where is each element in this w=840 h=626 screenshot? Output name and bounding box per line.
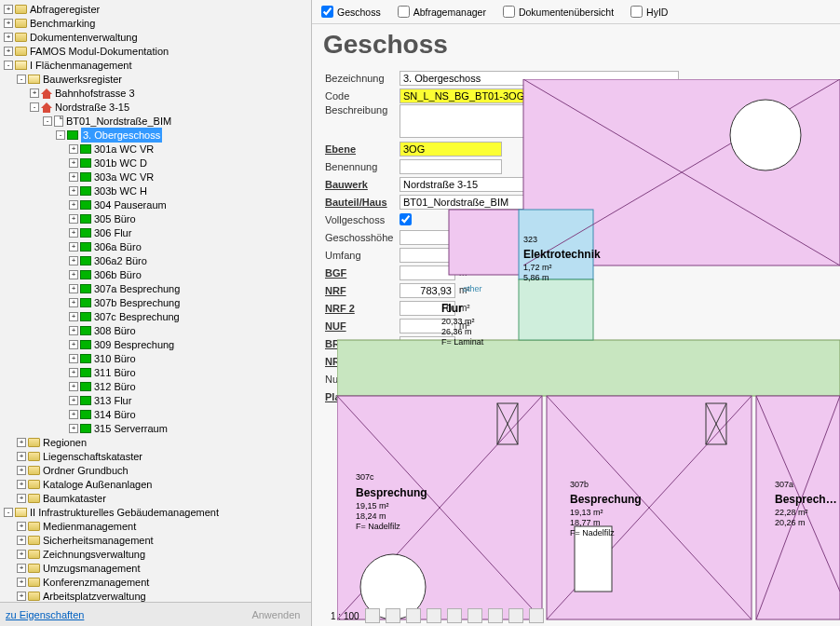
tool-7-icon[interactable] xyxy=(488,608,503,623)
tool-4-icon[interactable] xyxy=(427,608,441,623)
tree-toggle-icon[interactable]: + xyxy=(17,466,26,475)
input-umfang[interactable] xyxy=(400,248,455,263)
tree-item[interactable]: +306a Büro xyxy=(2,239,311,253)
tree-toggle-icon[interactable]: - xyxy=(43,116,52,126)
input-code[interactable] xyxy=(400,88,679,103)
tree-item[interactable]: +306a2 Büro xyxy=(2,253,311,267)
input-nrf2[interactable] xyxy=(400,301,455,316)
tree-item[interactable]: +312 Büro xyxy=(2,379,311,393)
tree-toggle-icon[interactable]: + xyxy=(17,536,26,545)
tree-item[interactable]: +303b WC H xyxy=(2,184,311,197)
apply-button[interactable]: Anwenden xyxy=(251,609,300,620)
tree-toggle-icon[interactable]: + xyxy=(69,242,78,252)
tree-toggle-icon[interactable]: + xyxy=(4,33,13,42)
tree-item[interactable]: +313 Flur xyxy=(2,393,311,407)
tree-toggle-icon[interactable]: + xyxy=(17,522,26,531)
input-nrf[interactable] xyxy=(400,283,455,298)
tree-item[interactable]: +305 Büro xyxy=(2,211,311,225)
tree-item[interactable]: +314 Büro xyxy=(2,407,311,421)
tree-item[interactable]: +303a WC VR xyxy=(2,170,311,184)
tree-toggle-icon[interactable]: - xyxy=(4,508,13,517)
tree-item[interactable]: +Konferenzmanagement xyxy=(2,575,311,589)
tree-toggle-icon[interactable]: + xyxy=(69,340,78,349)
tree-item[interactable]: +315 Serverraum xyxy=(2,421,311,435)
tree-item[interactable]: +Liegenschaftskataster xyxy=(2,449,311,463)
input-ebene[interactable] xyxy=(400,142,502,156)
tree-item[interactable]: +Sicherheitsmanagement xyxy=(2,533,311,547)
tree-item[interactable]: +Benchmarking xyxy=(2,16,311,30)
tree-toggle-icon[interactable]: + xyxy=(69,270,78,279)
tree-item[interactable]: +311 Büro xyxy=(2,365,311,379)
tab-dok-check[interactable] xyxy=(503,6,515,18)
properties-link[interactable]: zu Eigenschaften xyxy=(6,609,84,620)
tree-item[interactable]: +Bahnhofstrasse 3 xyxy=(2,86,311,100)
input-vollgeschoss[interactable] xyxy=(400,213,412,225)
tree-item[interactable]: +307c Besprechung xyxy=(2,309,311,323)
tree-toggle-icon[interactable]: + xyxy=(4,5,13,14)
input-bezeichnung[interactable] xyxy=(400,71,679,86)
tree-toggle-icon[interactable]: + xyxy=(69,214,78,224)
tree-item[interactable]: +301b WC D xyxy=(2,156,311,170)
tree-toggle-icon[interactable]: + xyxy=(69,298,78,307)
tree-toggle-icon[interactable]: + xyxy=(17,564,26,573)
tree-toggle-icon[interactable]: + xyxy=(17,480,26,489)
tree-item[interactable]: +Ordner Grundbuch xyxy=(2,463,311,477)
tree-toggle-icon[interactable]: + xyxy=(69,144,78,154)
tree-toggle-icon[interactable]: + xyxy=(69,312,78,321)
tree-item[interactable]: +308 Büro xyxy=(2,323,311,337)
tool-2-icon[interactable] xyxy=(386,608,400,623)
tree-toggle-icon[interactable]: + xyxy=(69,410,78,419)
tree-toggle-icon[interactable]: + xyxy=(30,88,39,98)
input-nuf[interactable] xyxy=(400,319,455,333)
tool-9-icon[interactable] xyxy=(529,608,544,623)
tree-toggle-icon[interactable]: + xyxy=(17,550,26,559)
tool-3-icon[interactable] xyxy=(406,608,421,623)
tree-toggle-icon[interactable]: + xyxy=(69,368,78,377)
tree-toggle-icon[interactable]: - xyxy=(17,75,26,84)
tree-toggle-icon[interactable]: + xyxy=(69,186,78,196)
tree-item[interactable]: -I Flächenmanagement xyxy=(2,58,311,72)
tree-toggle-icon[interactable]: + xyxy=(4,47,13,56)
tree-item[interactable]: +Medienmanagement xyxy=(2,519,311,533)
input-geschosshoehe[interactable] xyxy=(400,230,455,245)
tab-geschoss-check[interactable] xyxy=(321,6,333,18)
tree-toggle-icon[interactable]: + xyxy=(69,284,78,293)
tree-toggle-icon[interactable]: + xyxy=(69,200,78,210)
tree-item[interactable]: +Abfrageregister xyxy=(2,2,311,16)
tree-item[interactable]: -BT01_Nordstraße_BIM xyxy=(2,114,311,128)
tree-item[interactable]: +Regionen xyxy=(2,435,311,449)
tree-toggle-icon[interactable]: - xyxy=(4,61,13,70)
tree-item[interactable]: +Umzugsmanagement xyxy=(2,561,311,575)
tab-abfragemanager[interactable]: Abfragemanager xyxy=(398,6,486,18)
tree-toggle-icon[interactable]: + xyxy=(69,424,78,433)
tree-item[interactable]: +301a WC VR xyxy=(2,142,311,156)
tree-item[interactable]: +Baumkataster xyxy=(2,491,311,505)
tree-toggle-icon[interactable]: + xyxy=(69,172,78,182)
tree-item[interactable]: +309 Besprechung xyxy=(2,337,311,351)
tree-toggle-icon[interactable]: + xyxy=(69,396,78,405)
tree-item[interactable]: +310 Büro xyxy=(2,351,311,365)
tab-dokumentenuebersicht[interactable]: Dokumentenübersicht xyxy=(503,6,614,18)
tree-item[interactable]: +Zeichnungsverwaltung xyxy=(2,547,311,561)
tree-toggle-icon[interactable]: + xyxy=(69,158,78,168)
tree-toggle-icon[interactable]: + xyxy=(69,326,78,335)
tree-item[interactable]: +FAMOS Modul-Dokumentation xyxy=(2,44,311,58)
tree-item[interactable]: -Nordstraße 3-15 xyxy=(2,100,311,114)
tree-toggle-icon[interactable]: - xyxy=(30,102,39,112)
tab-geschoss[interactable]: Geschoss xyxy=(321,6,381,18)
tree-toggle-icon[interactable]: + xyxy=(4,19,13,28)
tree-item[interactable]: +306b Büro xyxy=(2,267,311,281)
tab-hyid[interactable]: HyID xyxy=(630,6,668,18)
tree-toggle-icon[interactable]: - xyxy=(56,130,65,140)
input-benennung[interactable] xyxy=(400,159,502,174)
tab-abfragemanager-check[interactable] xyxy=(398,6,410,18)
input-bri[interactable] xyxy=(400,336,455,351)
tree-toggle-icon[interactable]: + xyxy=(17,494,26,503)
input-bgf[interactable] xyxy=(400,265,455,280)
tree-toggle-icon[interactable]: + xyxy=(17,438,26,447)
tree-item[interactable]: -II Infrastrukturelles Gebäudemanagement xyxy=(2,505,311,519)
tab-hyid-check[interactable] xyxy=(630,6,643,18)
tree-toggle-icon[interactable]: + xyxy=(17,578,26,587)
input-bauwerk[interactable] xyxy=(400,177,543,192)
tree-item[interactable]: +Dokumentenverwaltung xyxy=(2,30,311,44)
